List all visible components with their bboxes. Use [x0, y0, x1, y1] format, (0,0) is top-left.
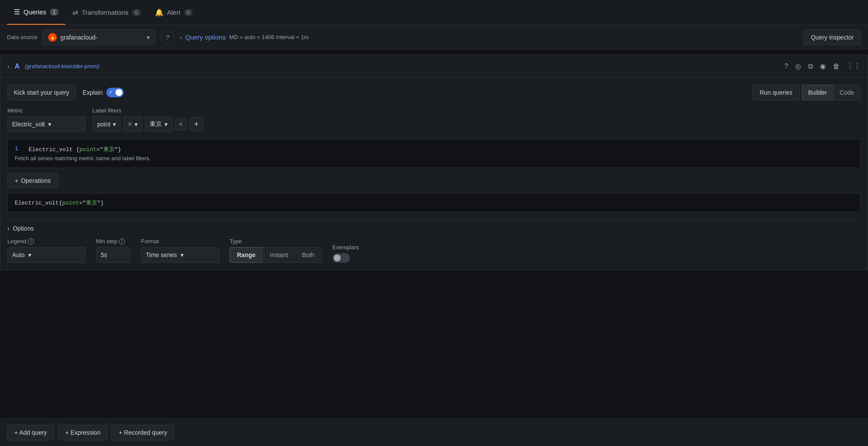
tab-queries[interactable]: ☰ Queries 1 — [7, 0, 66, 25]
tab-alert[interactable]: 🔔 Alert 0 — [148, 0, 200, 25]
tab-queries-badge: 1 — [50, 9, 59, 16]
run-queries-button[interactable]: Run queries — [752, 85, 800, 100]
toggle-check-icon: ✓ — [109, 89, 113, 95]
legend-info-icon: i — [28, 238, 34, 244]
expression-button[interactable]: + Expression — [58, 425, 108, 440]
filter-key-chevron-icon: ▾ — [113, 121, 116, 128]
query-options-info: MD = auto = 1406 Interval = 1m — [229, 34, 309, 40]
query-options-link[interactable]: Query options — [185, 33, 226, 41]
metric-label: Metric — [7, 107, 85, 114]
tab-alert-badge: 0 — [184, 9, 193, 16]
qs-key: point — [62, 200, 79, 206]
type-both-button[interactable]: Both — [295, 247, 322, 263]
help-button[interactable]: ? — [161, 30, 174, 44]
code-label-equals: =" — [96, 146, 103, 153]
queries-icon: ☰ — [14, 8, 20, 16]
min-step-info-icon: i — [119, 238, 125, 244]
query-more-icon[interactable]: ⋮⋮ — [847, 62, 861, 70]
explain-label: Explain — [83, 89, 103, 96]
transformations-icon: ⇄ — [72, 8, 78, 17]
format-select[interactable]: Time series ▾ — [141, 247, 219, 263]
query-header-actions: ? ◎ ⧉ ◉ 🗑 ⋮⋮ — [784, 62, 861, 70]
query-eye-icon[interactable]: ◉ — [820, 62, 826, 70]
options-chevron-icon: ‹ — [7, 225, 10, 232]
type-instant-button[interactable]: Instant — [263, 247, 295, 263]
builder-tab[interactable]: Builder — [802, 85, 833, 100]
code-label-key: point — [79, 146, 96, 153]
add-query-button[interactable]: + Add query — [7, 425, 54, 440]
line-number: 1 — [15, 145, 22, 153]
format-label: Format — [141, 238, 219, 244]
datasource-label: Data source — [7, 34, 37, 40]
metric-label-row: Metric Electric_volt ▾ Label filters poi… — [7, 107, 861, 132]
query-string-display: Electric_volt{point="東京"} — [7, 193, 861, 212]
code-metric-name: Electric_volt — [29, 146, 72, 153]
filter-operator-value: = — [128, 121, 132, 128]
query-delete-icon[interactable]: 🗑 — [833, 63, 840, 70]
code-description: Fetch all series matching metric name an… — [15, 155, 151, 162]
filter-value-select[interactable]: 東京 ▾ — [145, 116, 172, 132]
query-inspector-button[interactable]: Query inspector — [803, 30, 861, 45]
query-letter: A — [15, 63, 20, 70]
filter-value-chevron-icon: ▾ — [164, 121, 168, 128]
code-brace-open: { — [76, 146, 79, 153]
qs-equals: =" — [79, 200, 86, 206]
exemplars-toggle[interactable] — [332, 253, 350, 263]
query-top-bar: Kick start your query Explain ✓ Run quer… — [7, 85, 861, 100]
exemplars-label: Exemplars — [332, 244, 359, 251]
tab-transformations-label: Transformations — [82, 9, 128, 16]
type-buttons: Range Instant Both — [230, 247, 322, 263]
query-duplicate-icon[interactable]: ⧉ — [808, 63, 813, 70]
tab-queries-label: Queries — [23, 8, 46, 16]
metric-select[interactable]: Electric_volt ▾ — [7, 116, 85, 132]
recorded-query-button[interactable]: + Recorded query — [111, 425, 174, 440]
min-step-input[interactable] — [96, 247, 131, 263]
query-header: ‹ A (grafanacloud-kiwicider-prom) ? ◎ ⧉ … — [0, 55, 868, 78]
kick-start-button[interactable]: Kick start your query — [7, 85, 76, 100]
label-filters-group: Label filters point ▾ = ▾ 東京 ▾ × — [92, 107, 204, 132]
filter-key-select[interactable]: point ▾ — [92, 116, 121, 132]
query-hide-icon[interactable]: ◎ — [795, 62, 801, 70]
code-preview-content: 1 Electric_volt {point="東京"} Fetch all s… — [15, 145, 151, 162]
remove-filter-button[interactable]: × — [175, 118, 187, 130]
tab-transformations[interactable]: ⇄ Transformations 0 — [66, 0, 148, 25]
metric-chevron-icon: ▾ — [48, 121, 51, 128]
options-section: ‹ Options Legend i Auto ▾ — [7, 219, 861, 263]
tab-alert-label: Alert — [167, 9, 181, 16]
type-range-button[interactable]: Range — [230, 247, 263, 263]
tab-bar: ☰ Queries 1 ⇄ Transformations 0 🔔 Alert … — [0, 0, 868, 25]
legend-select[interactable]: Auto ▾ — [7, 247, 85, 263]
legend-chevron-icon: ▾ — [28, 251, 31, 258]
legend-group: Legend i Auto ▾ — [7, 238, 85, 263]
filter-operator-select[interactable]: = ▾ — [123, 116, 142, 132]
operations-button[interactable]: + Operations — [7, 173, 58, 188]
filter-operator-chevron-icon: ▾ — [135, 121, 138, 128]
min-step-group: Min step i — [96, 238, 131, 263]
code-tab[interactable]: Code — [833, 85, 861, 100]
label-filters-row: point ▾ = ▾ 東京 ▾ × + — [92, 116, 204, 132]
explain-toggle[interactable]: ✓ — [106, 88, 124, 97]
qs-metric: Electric_volt — [15, 200, 59, 206]
qs-value: 東京 — [86, 200, 97, 206]
legend-label-row: Legend i — [7, 238, 85, 244]
format-value: Time series — [146, 251, 177, 258]
operations-label: Operations — [21, 177, 50, 184]
add-filter-button[interactable]: + — [190, 117, 204, 131]
datasource-select[interactable]: 🔥 grafanacloud- ▾ — [43, 30, 155, 45]
explain-section: Explain ✓ — [83, 88, 124, 97]
qs-brace-close: } — [101, 200, 104, 206]
operations-plus-icon: + — [15, 177, 18, 184]
mode-tabs: Builder Code — [802, 85, 861, 100]
format-group: Format Time series ▾ — [141, 238, 219, 263]
query-panel: ‹ A (grafanacloud-kiwicider-prom) ? ◎ ⧉ … — [0, 55, 868, 270]
code-preview: 1 Electric_volt {point="東京"} Fetch all s… — [7, 139, 861, 168]
collapse-button[interactable]: ‹ — [7, 63, 10, 70]
format-chevron-icon: ▾ — [181, 251, 184, 258]
qs-quote-close: " — [97, 200, 101, 206]
query-help-icon[interactable]: ? — [784, 63, 788, 70]
min-step-label-row: Min step i — [96, 238, 131, 244]
tab-transformations-badge: 0 — [132, 9, 141, 16]
options-header[interactable]: ‹ Options — [7, 225, 861, 232]
legend-label: Legend — [7, 238, 26, 244]
min-step-label: Min step — [96, 238, 117, 244]
